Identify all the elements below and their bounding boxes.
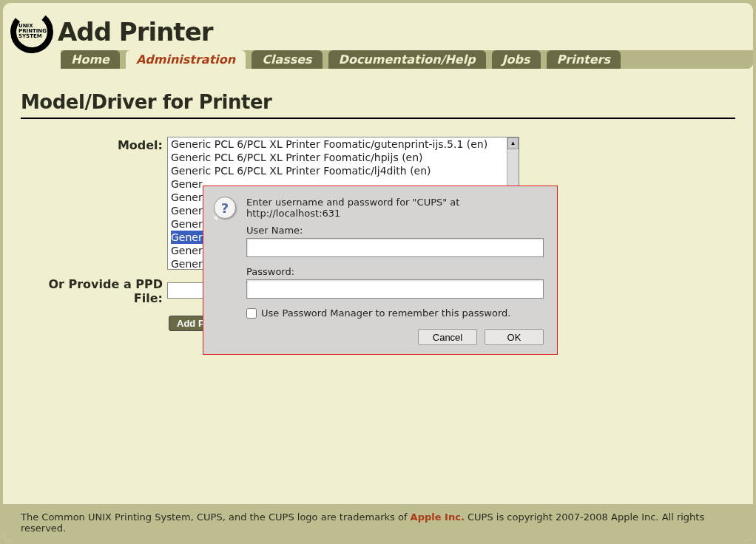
model-option[interactable]: Generic PCL 6/PCL XL Printer Foomatic/hp…: [171, 151, 519, 164]
ppd-label: Or Provide a PPD File:: [21, 276, 167, 305]
nav-tab-classes[interactable]: Classes: [252, 50, 322, 69]
password-input[interactable]: [246, 279, 544, 299]
footer-text-pre: The Common UNIX Printing System, CUPS, a…: [21, 511, 411, 523]
section-title: Model/Driver for Printer: [21, 91, 735, 119]
remember-checkbox-row[interactable]: Use Password Manager to remember this pa…: [246, 307, 544, 319]
footer-brand[interactable]: Apple Inc.: [411, 511, 465, 523]
model-option[interactable]: Generic PCL 6/PCL XL Printer Foomatic/gu…: [171, 137, 519, 151]
username-label: User Name:: [246, 225, 544, 236]
nav-tab-jobs[interactable]: Jobs: [492, 50, 541, 69]
nav-tab-administration[interactable]: Administration: [126, 50, 246, 69]
model-label: Model:: [21, 137, 167, 152]
remember-label: Use Password Manager to remember this pa…: [261, 307, 510, 319]
auth-message: Enter username and password for "CUPS" a…: [246, 197, 544, 219]
username-input[interactable]: [246, 238, 544, 257]
nav-tab-documentation-help[interactable]: Documentation/Help: [328, 50, 486, 69]
cancel-button[interactable]: Cancel: [418, 329, 477, 345]
cups-logo: UNIX PRINTING SYSTEM: [10, 10, 53, 53]
password-label: Password:: [246, 266, 544, 277]
remember-checkbox[interactable]: [246, 308, 257, 319]
nav-tab-printers[interactable]: Printers: [547, 50, 621, 69]
logo-text: UNIX PRINTING SYSTEM: [18, 24, 47, 39]
nav-tabs: HomeAdministrationClassesDocumentation/H…: [61, 50, 753, 69]
scroll-up-icon[interactable]: ▴: [507, 137, 519, 149]
nav-tab-home[interactable]: Home: [61, 50, 120, 69]
question-icon: ?: [214, 197, 236, 219]
ok-button[interactable]: OK: [485, 329, 544, 345]
auth-dialog: ? Enter username and password for "CUPS"…: [203, 186, 558, 355]
page-title: Add Printer: [58, 17, 212, 47]
footer: The Common UNIX Printing System, CUPS, a…: [3, 504, 753, 541]
model-option[interactable]: Generic PCL 6/PCL XL Printer Foomatic/lj…: [171, 164, 519, 177]
